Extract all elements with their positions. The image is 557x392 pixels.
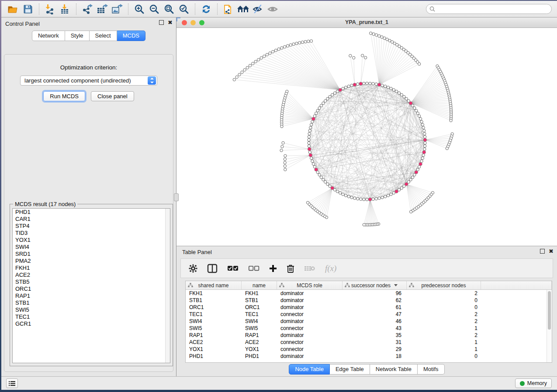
mcds-result-item[interactable]: STB5 (13, 279, 170, 285)
network-graph[interactable] (176, 28, 557, 246)
float-panel-icon[interactable] (159, 20, 164, 25)
column-header-successor-nodes[interactable]: successor nodes (343, 281, 407, 289)
close-panel-icon[interactable]: ✖ (549, 249, 554, 254)
search-input[interactable] (437, 5, 551, 13)
function-builder-button[interactable]: f(x) (325, 262, 336, 275)
splitter-handle[interactable] (174, 193, 179, 201)
zoom-fit-button[interactable] (162, 3, 176, 16)
tab-select[interactable]: Select (90, 31, 117, 41)
mcds-result-item[interactable]: ACE2 (13, 272, 170, 279)
show-hidden-button[interactable] (266, 3, 280, 16)
column-label: name (253, 282, 266, 289)
tab-edge-table[interactable]: Edge Table (330, 364, 370, 375)
mcds-result-item[interactable]: STB1 (13, 299, 170, 306)
hide-selected-button[interactable] (251, 3, 266, 16)
float-panel-icon[interactable] (540, 249, 545, 254)
export-table-button[interactable] (95, 3, 110, 16)
toolbar-separator (128, 3, 128, 15)
table-cell: ACE2 (242, 339, 277, 346)
mcds-list-scrollbar[interactable] (165, 209, 170, 363)
houses-icon (237, 4, 250, 14)
table-scrollbar-thumb[interactable] (548, 291, 551, 330)
close-panel-icon[interactable]: ✖ (168, 20, 173, 25)
export-table-icon (97, 4, 108, 14)
table-row[interactable]: FKH1FKH1dominator962 (186, 290, 547, 297)
apply-layout-button[interactable] (199, 3, 214, 16)
new-network-from-selection-button[interactable] (221, 3, 236, 16)
column-header-shared-name[interactable]: shared name (186, 281, 242, 289)
tab-style[interactable]: Style (65, 31, 90, 41)
zoom-in-button[interactable] (132, 3, 147, 16)
mcds-result-item[interactable]: PHD1 (13, 209, 170, 216)
mcds-result-item[interactable]: TEC1 (13, 313, 170, 320)
table-row[interactable]: YOX1YOX1connector291 (186, 346, 547, 353)
memory-button[interactable]: Memory (515, 378, 552, 388)
column-header-predecessor-nodes[interactable]: predecessor nodes (407, 281, 481, 289)
toolbar-separator (217, 3, 218, 15)
mcds-result-item[interactable]: RAP1 (13, 292, 170, 299)
table-row[interactable]: STB1STB1dominator620 (186, 297, 547, 304)
tab-network[interactable]: Network (32, 31, 65, 41)
table-cell: dominator (277, 353, 343, 360)
table-row[interactable]: TEC1TEC1connector472 (186, 311, 547, 318)
table-row[interactable]: SWI4SWI4dominator462 (186, 318, 547, 325)
table-row[interactable]: ORC1ORC1dominator610 (186, 304, 547, 311)
tab-network-table[interactable]: Network Table (370, 364, 418, 375)
open-session-button[interactable] (6, 3, 21, 16)
mcds-result-item[interactable]: FKH1 (13, 265, 170, 272)
search-box[interactable] (426, 4, 552, 14)
mcds-result-item[interactable]: SWI4 (13, 244, 170, 251)
table-settings-button[interactable] (189, 262, 197, 275)
import-table-button[interactable] (58, 3, 73, 16)
mcds-result-item[interactable]: GCR1 (13, 320, 170, 327)
split-table-panel-button[interactable] (207, 262, 218, 275)
toolbar-separator (39, 3, 39, 15)
zoom-out-button[interactable] (147, 3, 162, 16)
column-label: MCDS role (297, 282, 322, 289)
export-network-button[interactable] (80, 3, 95, 16)
table-cell: dominator (277, 332, 343, 339)
mcds-result-item[interactable]: SRD1 (13, 251, 170, 258)
network-canvas[interactable] (176, 28, 557, 246)
zoom-selected-button[interactable] (176, 3, 191, 16)
table-cell: SWI5 (242, 325, 277, 332)
tab-node-table[interactable]: Node Table (289, 364, 330, 375)
main-toolbar (1, 1, 557, 17)
mcds-result-item[interactable]: STP4 (13, 223, 170, 230)
tab-mcds[interactable]: MCDS (117, 31, 145, 41)
table-scrollbar[interactable] (547, 290, 552, 362)
tab-motifs[interactable]: Motifs (418, 364, 445, 375)
mcds-result-item[interactable]: TID3 (13, 230, 170, 237)
mcds-result-item[interactable]: ORC1 (13, 285, 170, 292)
export-image-button[interactable] (110, 3, 125, 16)
mcds-result-item[interactable]: PMA2 (13, 258, 170, 265)
import-network-button[interactable] (43, 3, 58, 16)
mcds-result-item[interactable]: YOX1 (13, 237, 170, 244)
table-panel-title: Table Panel (182, 249, 212, 255)
mcds-result-item[interactable]: SWI5 (13, 306, 170, 313)
trash-icon (287, 264, 294, 273)
optimization-criterion-select[interactable]: largest connected component (undirected) (20, 76, 157, 86)
show-task-history-button[interactable] (6, 378, 18, 388)
hide-all-columns-button[interactable] (248, 262, 259, 275)
run-mcds-button[interactable]: Run MCDS (43, 91, 85, 101)
mcds-result-title: MCDS result (17 nodes) (13, 201, 77, 207)
task-list-icon (9, 381, 15, 386)
delete-column-button[interactable] (287, 262, 294, 275)
column-header-name[interactable]: name (242, 281, 277, 289)
table-row[interactable]: PHD1PHD1dominator180 (186, 353, 547, 360)
mcds-result-item[interactable]: CAR1 (13, 216, 170, 223)
show-all-columns-button[interactable] (227, 262, 239, 275)
show-all-networks-button[interactable] (236, 3, 251, 16)
close-panel-button[interactable]: Close panel (91, 91, 134, 101)
column-header-mcds-role[interactable]: MCDS role (277, 281, 343, 289)
table-row[interactable]: ACE2ACE2connector311 (186, 339, 547, 346)
table-row[interactable]: SWI5SWI5connector431 (186, 325, 547, 332)
table-row[interactable]: RAP1RAP1dominator352 (186, 332, 547, 339)
delete-table-button[interactable] (304, 262, 315, 275)
save-session-button[interactable] (21, 3, 35, 16)
sort-desc-icon (394, 284, 398, 286)
create-column-button[interactable] (269, 262, 277, 275)
table-cell: dominator (277, 297, 343, 304)
table-cell: 62 (343, 297, 407, 304)
